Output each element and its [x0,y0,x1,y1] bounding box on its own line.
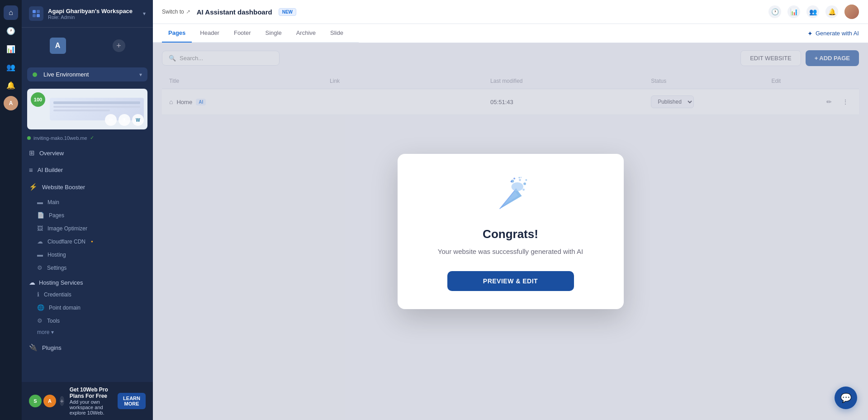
page-tabs: Pages Header Footer Single Archive Slide [153,24,359,43]
sidebar-item-plugins[interactable]: 🔌 Plugins [22,339,153,356]
topbar-bell-icon[interactable]: 🔔 [825,5,838,18]
credentials-icon: ℹ [37,291,39,298]
svg-point-8 [511,182,523,191]
new-badge: NEW [279,8,296,16]
site-score: 100 [31,92,45,107]
strip-icon-clock[interactable]: 🕐 [4,24,18,38]
sidebar-sub-credentials[interactable]: ℹ Credentials [22,288,153,301]
hosting-services-cloud-icon: ☁ [29,279,35,286]
image-optimizer-icon: 🖼 [37,225,43,232]
promo-add-button[interactable]: + [60,396,64,406]
svg-point-13 [513,177,515,179]
website-booster-icon: ⚡ [29,183,38,191]
svg-point-11 [523,182,526,185]
hosting-icon: ▬ [37,251,43,258]
strip-icon-home[interactable]: ⌂ [4,5,18,20]
environment-selector[interactable]: Live Environment ▾ [27,67,147,81]
sidebar-sub-cloudflare-cdn[interactable]: ☁ Cloudflare CDN ● [22,235,153,248]
environment-status-dot [33,72,37,77]
sidebar-sub-point-domain[interactable]: 🌐 Point domain [22,301,153,314]
modal-overlay: ✦ ✦ Congrats! Your website was successfu… [153,43,868,420]
congrats-modal: ✦ ✦ Congrats! Your website was successfu… [398,154,624,310]
strip-icon-avatar[interactable]: A [4,96,18,110]
topbar-chart-icon[interactable]: 📊 [787,5,800,18]
icon-strip: ⌂ 🕐 📊 👥 🔔 A [0,0,22,420]
site-url-text: inviting-mako.10web.me [33,135,87,141]
cloudflare-label: Cloudflare CDN [47,239,85,245]
hosting-services-label: Hosting Services [39,279,83,286]
wp-preview-icon[interactable]: W [132,114,144,126]
topbar-users-icon[interactable]: 👥 [806,5,819,18]
credentials-label: Credentials [44,291,71,298]
image-optimizer-label: Image Optimizer [47,225,87,232]
site-preview-actions: ✏ 👁 W [105,114,144,126]
strip-icon-users[interactable]: 👥 [4,60,18,74]
main-content: Switch to ↗ AI Assistant dashboard NEW 🕐… [153,0,868,420]
add-workspace-button[interactable]: + [113,39,125,52]
sidebar-item-ai-builder[interactable]: ≡ AI Builder [22,162,153,178]
sidebar-promo: S A + Get 10Web Pro Plans For Free Add y… [22,382,153,420]
plugins-icon: 🔌 [29,344,38,352]
sidebar-sub-image-optimizer[interactable]: 🖼 Image Optimizer [22,222,153,235]
switch-to-label: Switch to [162,9,184,15]
avatar-a[interactable]: A [50,38,66,54]
environment-chevron-icon: ▾ [139,72,142,78]
overview-label: Overview [39,150,64,157]
learn-more-button[interactable]: LEARN MORE [118,393,146,409]
tab-slide[interactable]: Slide [324,24,350,43]
svg-point-10 [519,179,521,181]
topbar-user-avatar[interactable] [844,5,859,19]
topbar-clock-icon[interactable]: 🕐 [768,5,781,18]
modal-title: Congrats! [419,227,602,241]
strip-icon-bell[interactable]: 🔔 [4,78,18,92]
sidebar: Agapi Gharibyan's Workspace Role: Admin … [22,0,153,420]
edit-preview-icon[interactable]: ✏ [105,114,117,126]
tab-header[interactable]: Header [194,24,226,43]
settings-icon: ⚙ [37,264,43,271]
more-link[interactable]: more ▾ [22,327,153,337]
sidebar-header-left: Agapi Gharibyan's Workspace Role: Admin [29,6,133,21]
sidebar-sub-main[interactable]: ▬ Main [22,196,153,209]
tools-label: Tools [47,318,60,324]
switch-to-link[interactable]: Switch to ↗ [162,9,190,15]
svg-text:✦: ✦ [510,180,513,184]
dashboard-title: AI Assistant dashboard [197,8,272,16]
tab-pages[interactable]: Pages [162,24,192,43]
tab-footer[interactable]: Footer [228,24,257,43]
site-url: inviting-mako.10web.me ✓ [22,133,153,144]
tab-archive[interactable]: Archive [290,24,322,43]
workspace-role: Role: Admin [48,14,133,20]
site-verified-icon: ✓ [90,135,94,141]
sidebar-sub-settings[interactable]: ⚙ Settings [22,261,153,274]
svg-point-12 [522,188,525,191]
hosting-label: Hosting [47,252,66,258]
strip-icon-chart[interactable]: 📊 [4,42,18,56]
sidebar-sub-hosting[interactable]: ▬ Hosting [22,248,153,261]
sidebar-sub-tools[interactable]: ⚙ Tools [22,314,153,327]
svg-rect-0 [33,10,36,13]
chat-bubble-button[interactable]: 💬 [835,387,857,409]
preview-edit-button[interactable]: PREVIEW & EDIT [447,271,574,291]
sidebar-header: Agapi Gharibyan's Workspace Role: Admin … [22,0,153,28]
workspace-chevron-icon[interactable]: ▾ [143,10,146,17]
promo-avatar-s: S [29,395,42,407]
pages-icon: 📄 [37,212,44,219]
svg-text:✦: ✦ [518,176,521,179]
environment-label: Live Environment [33,71,89,78]
website-booster-label: Website Booster [42,184,85,191]
view-preview-icon[interactable]: 👁 [119,114,130,126]
topbar-right: 🕐 📊 👥 🔔 [768,5,859,19]
svg-rect-2 [33,14,36,17]
ai-builder-icon: ≡ [29,166,33,174]
pages-label: Pages [49,212,64,219]
tab-single[interactable]: Single [259,24,288,43]
promo-text-block: Get 10Web Pro Plans For Free Add your ow… [70,387,114,415]
generate-ai-button[interactable]: ✦ Generate with AI [807,30,859,37]
sidebar-item-website-booster[interactable]: ⚡ Website Booster [22,178,153,196]
svg-point-15 [525,179,527,181]
sidebar-item-overview[interactable]: ⊞ Overview [22,144,153,162]
sidebar-sub-pages[interactable]: 📄 Pages [22,209,153,222]
cloudflare-badge: ● [91,239,93,243]
promo-avatar-a: A [43,395,56,407]
settings-label: Settings [47,265,66,271]
